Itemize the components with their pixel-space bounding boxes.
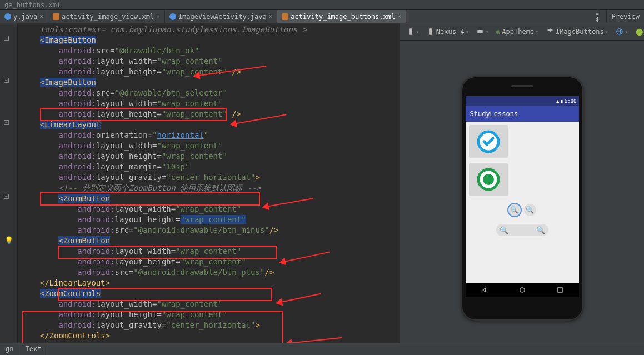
list-icon: ≡ 4 bbox=[595, 13, 602, 20]
preview-panel: ▾ Nexus 4▾ ▾ ◉AppTheme▾ IMageButtons▾ ▾ … bbox=[400, 23, 644, 343]
zoom-controls[interactable]: 🔍🔍 bbox=[496, 224, 548, 236]
wifi-icon: ▲ bbox=[556, 98, 559, 104]
close-icon[interactable]: × bbox=[269, 13, 273, 20]
phone-icon bbox=[427, 28, 435, 36]
device-screen: ▲▮6:00 StudyLessons 🔍 🔍 bbox=[466, 96, 579, 297]
tab-java-activity[interactable]: ImageViewActivity.java× bbox=[165, 10, 278, 23]
layers-icon bbox=[546, 28, 554, 36]
theme-select[interactable]: ◉AppTheme▾ bbox=[494, 27, 541, 37]
design-tab[interactable]: gn bbox=[0, 343, 19, 355]
fold-toggle-icon[interactable]: − bbox=[4, 194, 9, 199]
fold-toggle-icon[interactable]: − bbox=[4, 78, 9, 83]
preview-toolbar: ▾ Nexus 4▾ ▾ ◉AppTheme▾ IMageButtons▾ ▾ … bbox=[400, 23, 644, 41]
tab-xml-buttons[interactable]: activity_image_buttons.xml× bbox=[277, 10, 406, 23]
editor-bottom-tabs: gn Text bbox=[0, 343, 644, 355]
zoom-out-button[interactable]: 🔍 bbox=[508, 204, 521, 216]
android-icon: ⬤ bbox=[636, 28, 643, 36]
svg-rect-9 bbox=[557, 288, 562, 292]
svg-point-8 bbox=[520, 288, 524, 292]
signal-icon: ▮ bbox=[560, 98, 563, 104]
breadcrumb[interactable]: ge_buttons.xml bbox=[0, 0, 644, 10]
java-icon bbox=[4, 13, 11, 20]
code-area[interactable]: tools:context= com.boyliupan.studylessio… bbox=[18, 23, 400, 343]
text-tab[interactable]: Text bbox=[19, 343, 47, 355]
android-navbar bbox=[466, 283, 579, 297]
phone-icon bbox=[407, 28, 415, 36]
svg-rect-2 bbox=[478, 30, 483, 33]
image-button-ok[interactable] bbox=[469, 125, 508, 158]
preview-toolbar-2 bbox=[400, 41, 644, 54]
tab-switcher[interactable]: ≡ 4 bbox=[591, 10, 607, 23]
xml-icon bbox=[53, 13, 59, 20]
layout-content: 🔍 🔍 🔍🔍 bbox=[466, 122, 579, 283]
api-select[interactable]: ⬤23▾ bbox=[633, 27, 644, 37]
check-circle-icon bbox=[476, 129, 501, 154]
fold-toggle-icon[interactable]: − bbox=[4, 120, 9, 125]
zoom-plus-icon: 🔍 bbox=[526, 206, 534, 214]
zoom-out-icon: 🔍 bbox=[500, 226, 508, 234]
app-bar: StudyLessons bbox=[466, 106, 579, 122]
close-icon[interactable]: × bbox=[156, 13, 160, 20]
svg-rect-0 bbox=[409, 28, 412, 35]
gutter[interactable]: − − − − 💡 bbox=[0, 23, 18, 343]
tab-java[interactable]: y.java× bbox=[0, 10, 48, 23]
globe-icon bbox=[616, 28, 623, 36]
zoom-in-button[interactable]: 🔍 bbox=[524, 204, 536, 216]
preview-tab-label[interactable]: Preview bbox=[607, 10, 644, 23]
code-editor[interactable]: − − − − 💡 tools:context= com.boyliupan.s… bbox=[0, 23, 400, 343]
svg-point-7 bbox=[483, 174, 494, 185]
home-icon[interactable] bbox=[518, 286, 526, 294]
close-icon[interactable]: × bbox=[397, 13, 401, 20]
zoom-button-row: 🔍 🔍 bbox=[469, 204, 576, 216]
rotate-icon bbox=[476, 28, 484, 36]
zoom-minus-icon: 🔍 bbox=[510, 206, 518, 214]
close-icon[interactable]: × bbox=[39, 13, 43, 20]
lightbulb-icon[interactable]: 💡 bbox=[4, 236, 13, 244]
device-chooser[interactable]: ▾ bbox=[405, 27, 421, 37]
device-select[interactable]: Nexus 4▾ bbox=[425, 27, 471, 37]
status-bar: ▲▮6:00 bbox=[466, 96, 579, 106]
locale-select[interactable]: ▾ bbox=[613, 27, 630, 37]
editor-tabbar: y.java× activity_image_view.xml× ImageVi… bbox=[0, 10, 644, 23]
circle-dot-icon bbox=[476, 167, 501, 192]
image-button-selector[interactable] bbox=[469, 163, 508, 196]
theme-icon: ◉ bbox=[496, 28, 500, 36]
xml-icon bbox=[282, 13, 288, 20]
zoom-in-icon: 🔍 bbox=[536, 226, 545, 234]
activity-select[interactable]: IMageButtons▾ bbox=[544, 27, 611, 37]
orientation-button[interactable]: ▾ bbox=[474, 27, 491, 37]
java-icon bbox=[169, 13, 176, 20]
recents-icon[interactable] bbox=[556, 286, 564, 294]
svg-rect-1 bbox=[429, 28, 432, 35]
back-icon[interactable] bbox=[481, 286, 488, 294]
tab-xml-view[interactable]: activity_image_view.xml× bbox=[48, 10, 165, 23]
fold-toggle-icon[interactable]: − bbox=[4, 36, 9, 41]
device-frame: ▲▮6:00 StudyLessons 🔍 🔍 bbox=[461, 76, 583, 321]
